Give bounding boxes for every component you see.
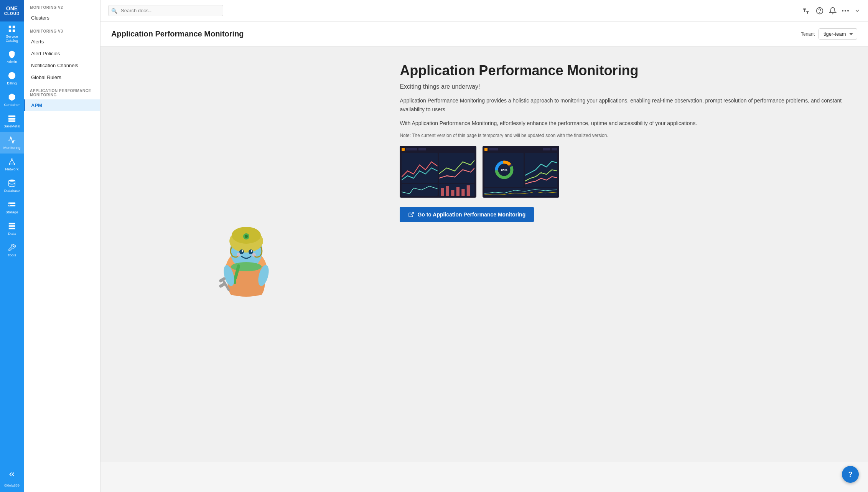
search-input[interactable] [108,5,223,16]
svg-rect-46 [446,186,449,196]
nav-label-service-catalog: Service Catalog [2,34,22,43]
svg-point-10 [9,163,10,165]
svg-rect-45 [441,188,444,196]
apm-description2: With Application Performance Monitoring,… [400,119,853,127]
svg-line-13 [12,160,14,163]
server-icon [8,114,16,123]
sidebar-item-storage[interactable]: Storage [0,196,24,218]
apm-screenshots: 85% [400,146,853,198]
search-icon: 🔍 [111,8,117,13]
sidebar-item-admin[interactable]: Admin [0,46,24,68]
sidebar-item-monitoring[interactable]: Monitoring [0,132,24,154]
activity-icon [8,136,16,144]
svg-rect-20 [9,223,15,224]
help-button-label: ? [848,471,853,479]
svg-rect-21 [9,225,15,227]
nav-label-monitoring: Monitoring [3,145,20,150]
sidebar-item-database[interactable]: Database [0,175,24,196]
sidebar-item-service-catalog[interactable]: Service Catalog [0,21,24,46]
dot2 [845,10,846,12]
sidebar-item-global-rulers[interactable]: Global Rulers [24,71,100,83]
svg-rect-3 [13,30,15,32]
grid-icon [8,25,16,33]
svg-line-12 [10,160,12,163]
sidebar-item-network[interactable]: Network [0,154,24,175]
tenant-label: Tenant [801,31,815,37]
svg-rect-22 [9,228,15,229]
svg-point-37 [237,253,240,257]
apm-subtitle: Exciting things are underway! [400,83,853,90]
svg-point-15 [9,179,15,182]
sidebar-item-notification-channels[interactable]: Notification Channels [24,59,100,71]
sidebar-section-monitoring-v3: MONITORING V3 [24,24,100,36]
svg-rect-0 [9,26,11,28]
nav-label-baremetal: BareMetal [3,124,20,128]
storage-icon [8,200,16,209]
apm-main-title: Application Performance Monitoring [400,62,853,79]
main-wrapper: 🔍 TT Application Pe [100,0,868,492]
svg-point-35 [242,250,243,252]
box-icon [8,93,16,101]
svg-rect-48 [456,187,460,196]
sidebar-item-alerts[interactable]: Alerts [24,36,100,48]
svg-point-38 [252,253,256,257]
go-to-apm-button[interactable]: Go to Application Performance Monitoring [400,207,534,222]
svg-point-34 [249,249,253,254]
svg-rect-50 [467,185,470,196]
svg-text:T: T [804,8,806,13]
sidebar-section-apm: APPLICATION PERFORMANCE MONITORING [24,83,100,99]
tenant-select[interactable]: tiger-team [819,28,857,40]
chevron-down-icon[interactable] [854,8,860,14]
nav-label-billing: Billing [7,81,16,85]
external-link-icon [408,211,414,218]
nav-label-container: Container [4,102,20,107]
svg-rect-2 [9,30,11,32]
svg-point-11 [14,163,15,165]
topbar: 🔍 TT [100,0,868,21]
svg-point-18 [10,203,10,203]
dot3 [847,10,849,12]
apm-illustration-area [100,47,392,462]
sidebar-item-apm[interactable]: APM [24,99,100,111]
go-button-label: Go to Application Performance Monitoring [417,211,525,218]
help-icon[interactable] [816,7,824,15]
svg-point-32 [245,235,248,238]
sidebar-item-tools[interactable]: Tools [0,239,24,261]
sidebar-item-data[interactable]: Data [0,218,24,239]
svg-text:85%: 85% [501,168,507,172]
sidebar-item-baremetal[interactable]: BareMetal [0,111,24,132]
svg-rect-47 [451,190,454,196]
sidebar: MONITORING V2 Clusters MONITORING V3 Ale… [24,0,100,492]
logo[interactable]: ONE CLOUD [0,0,24,21]
content-area: Application Performance Monitoring Tenan… [100,21,868,492]
left-navigation: ONE CLOUD Service Catalog Admin Billing … [0,0,24,492]
sidebar-item-container[interactable]: Container [0,89,24,111]
format-size-icon[interactable]: TT [803,7,810,15]
sidebar-item-alert-policies[interactable]: Alert Policies [24,48,100,59]
more-options-button[interactable] [842,10,849,12]
svg-point-19 [10,205,10,206]
screenshot-2: 85% [483,146,559,198]
apm-content-body: Application Performance Monitoring Excit… [100,47,868,462]
tenant-section: Tenant tiger-team [801,28,857,40]
apm-note: Note: The current version of this page i… [400,133,853,138]
network-icon [8,157,16,166]
sidebar-item-clusters[interactable]: Clusters [24,12,100,24]
nav-label-network: Network [5,167,19,171]
notifications-icon[interactable] [829,7,837,15]
nav-label-database: Database [4,188,20,193]
content-header: Application Performance Monitoring Tenan… [100,21,868,47]
sidebar-section-monitoring-v2: MONITORING V2 [24,0,100,12]
sidebar-item-billing[interactable]: Billing [0,68,24,89]
nav-collapse-button[interactable] [0,467,24,482]
shield-icon [8,50,16,58]
screenshot-1 [400,146,476,198]
nav-bottom: 0f6efa839 [0,467,24,492]
database-icon [8,179,16,187]
svg-point-39 [231,262,262,271]
apm-info-panel: Application Performance Monitoring Excit… [392,47,868,462]
svg-rect-7 [8,118,15,120]
nav-label-admin: Admin [7,59,17,64]
svg-line-56 [411,212,413,215]
help-button[interactable]: ? [842,466,859,483]
